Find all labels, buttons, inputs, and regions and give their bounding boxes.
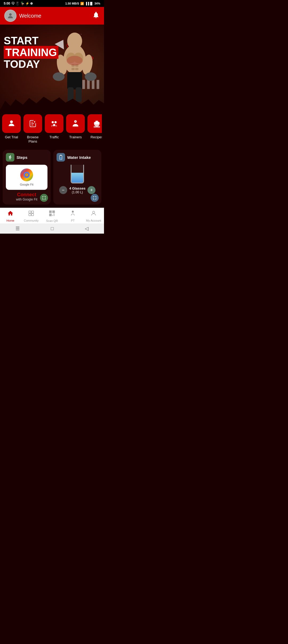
google-fit-logo — [20, 168, 33, 181]
trainers-label: Trainers — [69, 135, 82, 139]
svg-rect-9 — [75, 68, 78, 70]
svg-rect-39 — [60, 157, 62, 159]
steps-widget-header: Steps — [6, 153, 47, 162]
steps-widget: Steps Google Fit Connect with Google Fit — [3, 150, 51, 205]
hero-banner: START TRAINING TODAY ●●●●●●●●●●●●●●●●●●●… — [0, 25, 104, 110]
system-home-button[interactable]: □ — [51, 226, 54, 231]
get-trial-button[interactable] — [2, 114, 21, 133]
avatar[interactable] — [4, 10, 17, 22]
traffic-label: Traffic — [49, 135, 59, 139]
my-account-icon — [90, 210, 97, 218]
time-display: 5:00 — [4, 2, 10, 5]
recipes-label: Recipes — [91, 135, 102, 139]
steps-expand-button[interactable] — [40, 194, 48, 202]
header-left: Welcome — [4, 10, 41, 22]
nav-pt-label: PT — [71, 219, 75, 222]
svg-rect-48 — [53, 211, 54, 212]
svg-rect-12 — [67, 72, 82, 89]
notification-bell-icon[interactable] — [92, 11, 100, 20]
hero-text: START TRAINING TODAY — [4, 35, 58, 69]
status-left: 5:00 🗨 📱 🦆 ⚡ ⊕ — [4, 2, 33, 5]
pt-icon — [70, 210, 76, 218]
nav-home-label: Home — [6, 219, 14, 222]
svg-rect-41 — [31, 211, 34, 213]
hero-line-1: START — [4, 35, 58, 46]
app-header: Welcome — [0, 7, 104, 25]
hero-line-2: TRAINING — [4, 46, 58, 59]
svg-rect-49 — [50, 215, 51, 215]
get-trial-label: Get Trial — [5, 135, 18, 139]
browse-plans-label: BrowsePlans — [27, 135, 38, 143]
recipes-button[interactable] — [87, 114, 102, 133]
home-icon — [7, 210, 14, 218]
water-expand-button[interactable] — [91, 194, 99, 202]
quick-actions-row: Get Trial BrowsePlans — [2, 114, 102, 144]
action-item-recipes: Recipes — [87, 114, 102, 143]
wifi-icon: 📶 — [80, 2, 84, 5]
nav-item-pt[interactable]: PT — [65, 210, 81, 222]
water-intake-widget: Water Intake − 4 Glasses (1.00 L) + — [53, 150, 101, 205]
trainers-button[interactable] — [66, 114, 85, 133]
water-controls: − 4 Glasses (1.00 L) + — [57, 186, 98, 194]
action-item-traffic: Traffic — [45, 114, 63, 143]
nav-item-home[interactable]: Home — [2, 210, 18, 222]
signal-icon: ▐▐▐▌ — [85, 2, 93, 5]
action-item-get-trial: Get Trial — [2, 114, 21, 143]
community-icon — [28, 210, 34, 218]
google-fit-connect-box[interactable]: Google Fit — [6, 165, 47, 190]
svg-rect-35 — [94, 127, 100, 127]
steps-icon-bg — [6, 153, 14, 162]
nav-item-scan-qr[interactable]: Scan QR — [44, 210, 60, 222]
svg-point-15 — [53, 72, 65, 81]
system-back-button[interactable]: ◁ — [85, 226, 89, 231]
system-menu-button[interactable]: ☰ — [15, 226, 20, 231]
welcome-text: Welcome — [19, 13, 41, 19]
svg-rect-8 — [71, 68, 75, 70]
svg-rect-14 — [76, 87, 82, 102]
svg-rect-56 — [72, 211, 73, 211]
svg-point-57 — [93, 211, 95, 213]
nav-community-label: Community — [24, 219, 39, 222]
svg-point-36 — [26, 174, 27, 176]
water-increase-button[interactable]: + — [87, 186, 95, 194]
nav-item-my-account[interactable]: My Account — [86, 210, 102, 222]
data-speed: 1.50 MB/S — [65, 2, 79, 5]
water-volume: (1.00 L) — [69, 190, 86, 194]
svg-point-2 — [67, 33, 82, 50]
action-item-browse-plans: BrowsePlans — [23, 114, 42, 143]
water-decrease-button[interactable]: − — [59, 186, 67, 194]
bottom-navigation: Home Community — [0, 208, 104, 223]
svg-rect-40 — [29, 211, 31, 213]
water-widget-header: Water Intake — [57, 153, 98, 162]
svg-point-32 — [75, 121, 76, 122]
svg-rect-42 — [29, 214, 31, 216]
glass-container — [71, 165, 84, 183]
system-nav-bar: ☰ □ ◁ — [0, 223, 104, 234]
water-glasses-count: 4 Glasses — [69, 186, 86, 190]
widgets-section: Steps Google Fit Connect with Google Fit — [0, 147, 104, 208]
svg-point-17 — [67, 56, 83, 65]
water-glass-visual — [57, 165, 98, 183]
quick-actions-section: Get Trial BrowsePlans — [0, 110, 104, 147]
action-item-trainers: Trainers — [66, 114, 85, 143]
hero-line-3: TODAY — [4, 59, 58, 69]
nav-item-community[interactable]: Community — [23, 210, 39, 222]
battery-display: 34% — [94, 2, 100, 5]
traffic-button[interactable] — [45, 114, 63, 133]
nav-scan-qr-label: Scan QR — [46, 219, 58, 222]
svg-rect-43 — [31, 214, 34, 216]
notification-icons: 🗨 📱 🦆 ⚡ ⊕ — [11, 2, 33, 5]
svg-point-27 — [52, 121, 54, 123]
water-title: Water Intake — [67, 155, 91, 160]
scan-qr-icon — [49, 210, 55, 218]
svg-point-0 — [9, 13, 11, 16]
svg-rect-47 — [50, 211, 51, 212]
status-right: 1.50 MB/S 📶 ▐▐▐▌ 34% — [65, 2, 100, 5]
steps-title: Steps — [17, 155, 27, 160]
google-fit-text: Google Fit — [20, 183, 34, 186]
svg-point-18 — [10, 120, 13, 123]
nav-my-account-label: My Account — [86, 219, 101, 222]
svg-rect-34 — [95, 121, 98, 121]
glass-water-fill — [71, 173, 83, 183]
browse-plans-button[interactable] — [23, 114, 42, 133]
